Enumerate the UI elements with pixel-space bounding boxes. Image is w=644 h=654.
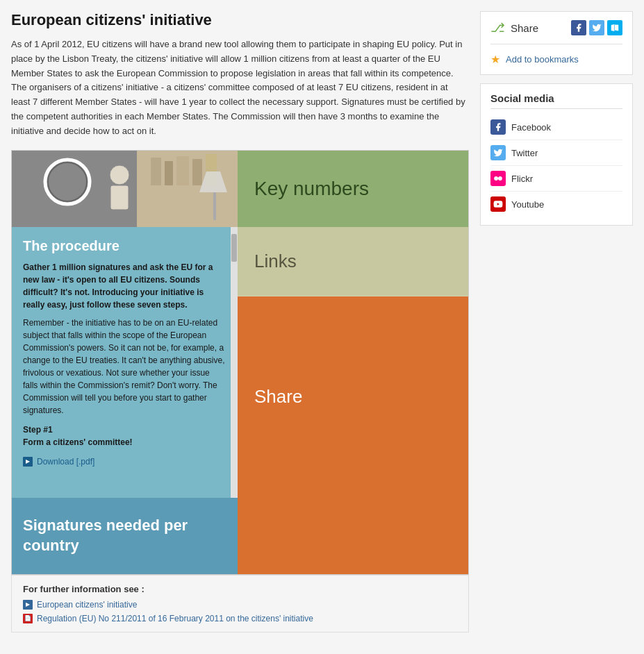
further-info-link-1[interactable]: ▶ European citizens' initiative	[23, 600, 457, 610]
social-media-title: Social media	[490, 92, 622, 109]
scroll-indicator[interactable]	[231, 227, 238, 498]
star-icon: ★	[490, 53, 500, 66]
tile-right-column: Links Share	[238, 227, 468, 498]
facebook-label: Facebook	[511, 122, 551, 133]
procedure-body: Gather 1 million signatures and ask the …	[23, 261, 226, 468]
social-item-flickr[interactable]: Flickr	[490, 166, 622, 192]
share-tile-title: Share	[254, 386, 302, 408]
further-info-link-2[interactable]: 📄 Regulation (EU) No 211/2011 of 16 Febr…	[23, 614, 457, 623]
pdf-label: Download [.pdf]	[37, 455, 94, 468]
twitter-logo	[493, 148, 503, 158]
twitter-share-button[interactable]	[589, 20, 604, 35]
signatures-title: Signatures needed per country	[23, 516, 226, 555]
svg-rect-10	[176, 156, 189, 185]
facebook-share-button[interactable]	[571, 20, 586, 35]
link1-icon: ▶	[23, 600, 33, 610]
svg-rect-13	[213, 192, 216, 220]
procedure-bold: Gather 1 million signatures and ask the …	[23, 261, 226, 311]
scroll-thumb	[231, 234, 237, 262]
tile-signatures[interactable]: Signatures needed per country	[12, 498, 238, 574]
procedure-step: Step #1 Form a citizens' committee!	[23, 424, 226, 448]
further-info-links: ▶ European citizens' initiative 📄 Regula…	[23, 600, 457, 623]
sidebar: ⎇ Share ★ Add to bookmarks	[480, 11, 633, 632]
tile-illustration	[12, 151, 238, 227]
svg-rect-11	[192, 159, 202, 185]
links-title: Links	[254, 251, 297, 272]
twitter-icon	[592, 23, 602, 33]
social-items-list: Facebook Twitter Flickr	[490, 115, 622, 217]
share-divider	[490, 44, 622, 44]
key-numbers-title: Key numbers	[254, 178, 369, 200]
social-item-youtube[interactable]: Youtube	[490, 192, 622, 217]
share-icon: ⎇	[490, 20, 505, 35]
twitter-social-icon	[490, 145, 506, 160]
tile-share[interactable]: Share	[238, 296, 468, 498]
flickr-social-icon	[490, 171, 506, 186]
social-item-twitter[interactable]: Twitter	[490, 140, 622, 166]
tile-image	[12, 151, 238, 227]
intro-text: As of 1 April 2012, EU citizens will hav…	[11, 37, 469, 139]
link2-label: Regulation (EU) No 211/2011 of 16 Februa…	[37, 614, 313, 623]
link2-icon: 📄	[23, 614, 33, 623]
facebook-social-icon	[490, 119, 506, 135]
share-icons	[571, 20, 622, 35]
svg-rect-8	[151, 158, 161, 185]
social-item-facebook[interactable]: Facebook	[490, 115, 622, 140]
svg-rect-9	[165, 161, 173, 185]
svg-rect-7	[110, 185, 129, 210]
tile-links[interactable]: Links	[238, 227, 468, 296]
windows-icon	[610, 23, 620, 33]
tiles-grid: Key numbers The procedure Gather 1 milli…	[11, 150, 469, 575]
youtube-social-icon	[490, 196, 506, 212]
svg-point-6	[110, 165, 129, 185]
bookmark-row[interactable]: ★ Add to bookmarks	[490, 53, 622, 66]
procedure-text: Remember - the initiative has to be on a…	[23, 317, 226, 417]
facebook-logo	[493, 122, 503, 132]
share-box: ⎇ Share ★ Add to bookmarks	[480, 11, 633, 75]
step-number: Step #1	[23, 424, 226, 436]
link1-label: European citizens' initiative	[37, 600, 137, 610]
share-row: ⎇ Share	[490, 20, 622, 35]
tile-share-bottom	[238, 498, 468, 574]
procedure-title: The procedure	[23, 238, 226, 254]
svg-point-15	[494, 176, 498, 181]
tile-procedure: The procedure Gather 1 million signature…	[12, 227, 238, 498]
pdf-icon: ▶	[23, 457, 33, 467]
youtube-logo	[493, 199, 503, 209]
youtube-label: Youtube	[511, 199, 544, 210]
tile-key-numbers[interactable]: Key numbers	[238, 151, 468, 227]
flickr-label: Flickr	[511, 174, 533, 184]
main-content: European citizens' initiative As of 1 Ap…	[11, 11, 469, 632]
bookmark-label: Add to bookmarks	[506, 54, 579, 65]
svg-point-16	[498, 176, 502, 181]
step-label: Form a citizens' committee!	[23, 436, 226, 448]
further-info-title: For further information see :	[23, 584, 457, 594]
further-info-box: For further information see : ▶ European…	[11, 575, 469, 632]
page-title: European citizens' initiative	[11, 11, 469, 29]
social-media-box: Social media Facebook Twitter	[480, 83, 633, 226]
windows-share-button[interactable]	[607, 20, 622, 35]
pdf-download[interactable]: ▶ Download [.pdf]	[23, 455, 226, 468]
twitter-label: Twitter	[511, 148, 538, 158]
facebook-icon	[574, 23, 584, 33]
share-label: Share	[511, 22, 538, 34]
flickr-logo	[493, 174, 503, 183]
